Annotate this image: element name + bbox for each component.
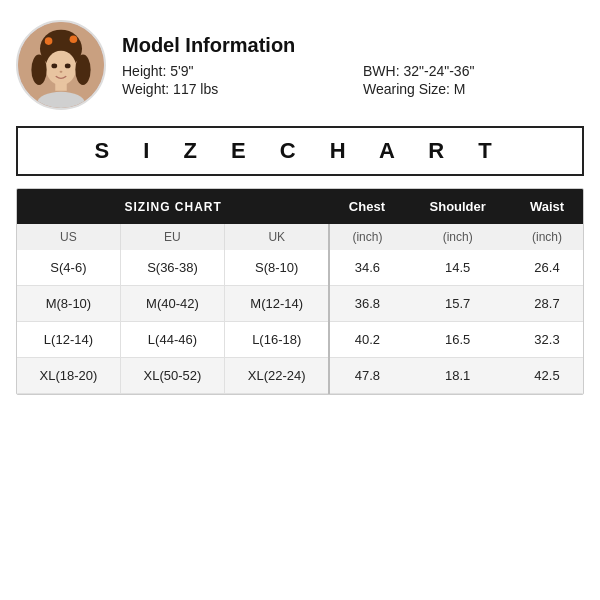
eu-subheader: EU bbox=[120, 224, 224, 250]
shoulder-header: Shoulder bbox=[404, 189, 511, 224]
svg-rect-10 bbox=[55, 81, 66, 91]
size-table: SIZING CHART Chest Shoulder Waist US EU … bbox=[17, 189, 583, 394]
chest-header: Chest bbox=[329, 189, 404, 224]
avatar bbox=[16, 20, 106, 110]
svg-point-9 bbox=[60, 71, 63, 73]
table-row: L(12-14)L(44-46)L(16-18)40.216.532.3 bbox=[17, 322, 583, 358]
height-label: Height: 5'9" bbox=[122, 63, 343, 79]
waist-header: Waist bbox=[511, 189, 583, 224]
svg-point-5 bbox=[45, 37, 53, 45]
model-info-section: Model Information Height: 5'9" BWH: 32"-… bbox=[16, 16, 584, 114]
us-subheader: US bbox=[17, 224, 120, 250]
table-row: XL(18-20)XL(50-52)XL(22-24)47.818.142.5 bbox=[17, 358, 583, 394]
model-details: Height: 5'9" BWH: 32"-24"-36" Weight: 11… bbox=[122, 63, 584, 97]
size-chart-title: S I Z E C H A R T bbox=[16, 126, 584, 176]
svg-point-8 bbox=[65, 64, 71, 69]
svg-point-6 bbox=[70, 35, 78, 43]
size-table-wrapper: SIZING CHART Chest Shoulder Waist US EU … bbox=[16, 188, 584, 395]
uk-subheader: UK bbox=[225, 224, 330, 250]
svg-point-3 bbox=[31, 54, 46, 85]
svg-point-7 bbox=[51, 64, 57, 69]
table-row: M(8-10)M(40-42)M(12-14)36.815.728.7 bbox=[17, 286, 583, 322]
weight-label: Weight: 117 lbs bbox=[122, 81, 343, 97]
table-row: S(4-6)S(36-38)S(8-10)34.614.526.4 bbox=[17, 250, 583, 286]
sizing-chart-header: SIZING CHART bbox=[17, 189, 329, 224]
table-body: S(4-6)S(36-38)S(8-10)34.614.526.4M(8-10)… bbox=[17, 250, 583, 394]
model-text-block: Model Information Height: 5'9" BWH: 32"-… bbox=[122, 34, 584, 97]
table-header-row: SIZING CHART Chest Shoulder Waist bbox=[17, 189, 583, 224]
table-subheader-row: US EU UK (inch) (inch) (inch) bbox=[17, 224, 583, 250]
page: Model Information Height: 5'9" BWH: 32"-… bbox=[0, 0, 600, 600]
waist-unit: (inch) bbox=[511, 224, 583, 250]
shoulder-unit: (inch) bbox=[404, 224, 511, 250]
wearing-label: Wearing Size: M bbox=[363, 81, 584, 97]
svg-point-4 bbox=[75, 54, 90, 85]
model-title: Model Information bbox=[122, 34, 584, 57]
bwh-label: BWH: 32"-24"-36" bbox=[363, 63, 584, 79]
chest-unit: (inch) bbox=[329, 224, 404, 250]
svg-point-2 bbox=[46, 51, 77, 85]
